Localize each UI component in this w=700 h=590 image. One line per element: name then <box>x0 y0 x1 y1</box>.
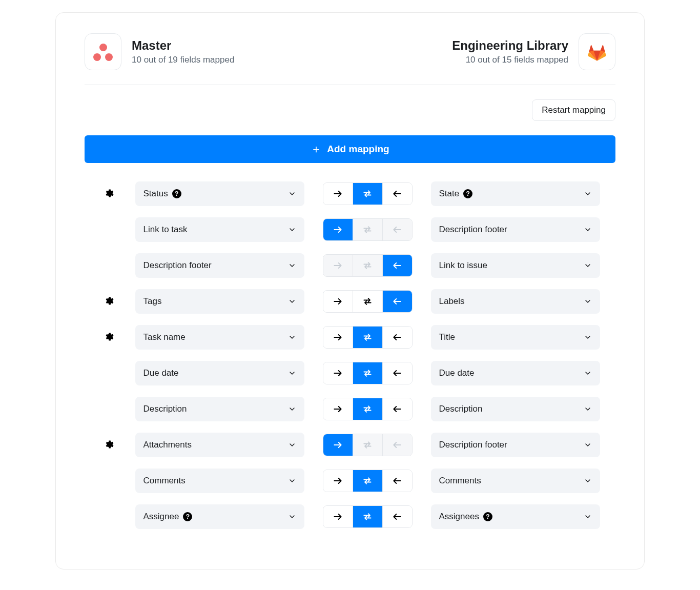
left-field-label: Attachments <box>143 440 192 450</box>
right-field-label: Description <box>439 404 483 414</box>
left-field-label: Due date <box>143 368 179 378</box>
left-field-select[interactable]: Description <box>135 397 304 421</box>
chevron-down-icon <box>288 513 296 521</box>
right-field-label: Link to issue <box>439 260 488 271</box>
arrow-both-icon <box>362 260 373 271</box>
right-field-select[interactable]: Labels <box>431 289 600 314</box>
arrow-left-icon <box>392 440 402 450</box>
gear-column <box>100 438 117 452</box>
mapping-row: Due dateDue date <box>85 361 615 385</box>
left-field-select[interactable]: Attachments <box>135 433 304 457</box>
arrow-left-icon <box>392 260 402 271</box>
arrow-right-icon <box>333 225 343 235</box>
right-field-select[interactable]: Description footer <box>431 217 600 242</box>
left-field-select[interactable]: Due date <box>135 361 304 385</box>
header-right: Engineering Library 10 out of 15 fields … <box>452 33 615 70</box>
gitlab-icon <box>587 42 607 62</box>
direction-both-button[interactable] <box>353 362 382 384</box>
left-field-label: Description footer <box>143 260 212 271</box>
chevron-down-icon <box>584 477 592 485</box>
right-field-select[interactable]: Due date <box>431 361 600 385</box>
right-field-select[interactable]: Assignees? <box>431 504 600 529</box>
left-subtitle: 10 out of 19 fields mapped <box>132 55 234 65</box>
arrow-left-icon <box>392 368 402 378</box>
right-field-select[interactable]: Title <box>431 325 600 350</box>
direction-right-button[interactable] <box>323 470 353 492</box>
left-field-select[interactable]: Assignee? <box>135 504 304 529</box>
gear-icon <box>104 188 114 198</box>
direction-both-button[interactable] <box>353 291 382 312</box>
chevron-down-icon <box>288 190 296 198</box>
right-field-select[interactable]: Link to issue <box>431 253 600 278</box>
left-field-select[interactable]: Comments <box>135 469 304 493</box>
mapping-row: AttachmentsDescription footer <box>85 433 615 457</box>
row-settings-button[interactable] <box>102 438 115 452</box>
right-field-select[interactable]: Description <box>431 397 600 421</box>
left-field-select[interactable]: Status? <box>135 181 304 206</box>
arrow-left-icon <box>392 189 402 199</box>
direction-right-button[interactable] <box>323 183 353 205</box>
direction-left-button[interactable] <box>382 255 412 276</box>
arrow-left-icon <box>392 404 402 414</box>
chevron-down-icon <box>584 297 592 306</box>
chevron-down-icon <box>584 226 592 234</box>
chevron-down-icon <box>584 369 592 377</box>
restart-mapping-button[interactable]: Restart mapping <box>532 99 615 121</box>
left-field-select[interactable]: Link to task <box>135 217 304 242</box>
row-settings-button[interactable] <box>102 187 115 201</box>
right-field-select[interactable]: State? <box>431 181 600 206</box>
direction-both-button[interactable] <box>353 327 382 348</box>
direction-both-button[interactable] <box>353 506 382 527</box>
direction-right-button[interactable] <box>323 398 353 420</box>
left-field-select[interactable]: Description footer <box>135 253 304 278</box>
row-settings-button[interactable] <box>102 331 115 344</box>
right-field-label: Description footer <box>439 225 507 235</box>
direction-left-button[interactable] <box>382 327 412 348</box>
arrow-right-icon <box>333 189 343 199</box>
right-field-label: Assignees <box>439 512 479 522</box>
mapping-header: Master 10 out of 19 fields mapped Engine… <box>85 33 615 85</box>
arrow-left-icon <box>392 512 402 522</box>
chevron-down-icon <box>584 333 592 341</box>
left-field-select[interactable]: Task name <box>135 325 304 350</box>
direction-toggle <box>323 434 413 456</box>
left-field-label: Task name <box>143 332 186 342</box>
mapping-row: TagsLabels <box>85 289 615 314</box>
direction-right-button[interactable] <box>323 506 353 527</box>
direction-left-button[interactable] <box>382 506 412 527</box>
direction-toggle <box>323 362 413 384</box>
right-title: Engineering Library <box>452 38 568 53</box>
arrow-right-icon <box>333 368 343 378</box>
direction-right-button[interactable] <box>323 291 353 312</box>
direction-right-button[interactable] <box>323 434 353 456</box>
mapping-row: CommentsComments <box>85 469 615 493</box>
add-mapping-button[interactable]: ＋ Add mapping <box>85 135 615 163</box>
direction-left-button[interactable] <box>382 470 412 492</box>
right-field-label: State <box>439 189 460 199</box>
row-settings-button[interactable] <box>102 295 115 309</box>
direction-toggle <box>323 398 413 420</box>
direction-left-button[interactable] <box>382 362 412 384</box>
direction-right-button[interactable] <box>323 219 353 240</box>
arrow-both-icon <box>362 512 373 522</box>
left-field-select[interactable]: Tags <box>135 289 304 314</box>
help-icon: ? <box>183 512 192 521</box>
direction-left-button[interactable] <box>382 398 412 420</box>
direction-both-button <box>353 255 382 276</box>
direction-toggle <box>323 470 413 492</box>
help-icon: ? <box>172 189 181 198</box>
direction-left-button[interactable] <box>382 291 412 312</box>
mapping-row: Link to taskDescription footer <box>85 217 615 242</box>
direction-both-button[interactable] <box>353 183 382 205</box>
direction-right-button[interactable] <box>323 327 353 348</box>
direction-right-button[interactable] <box>323 362 353 384</box>
mapping-rows: Status?State?Link to taskDescription foo… <box>85 181 615 529</box>
right-field-select[interactable]: Comments <box>431 469 600 493</box>
direction-toggle <box>323 218 413 241</box>
chevron-down-icon <box>288 369 296 377</box>
direction-left-button[interactable] <box>382 183 412 205</box>
right-field-select[interactable]: Description footer <box>431 433 600 457</box>
direction-both-button[interactable] <box>353 470 382 492</box>
direction-both-button[interactable] <box>353 398 382 420</box>
direction-toggle <box>323 326 413 349</box>
